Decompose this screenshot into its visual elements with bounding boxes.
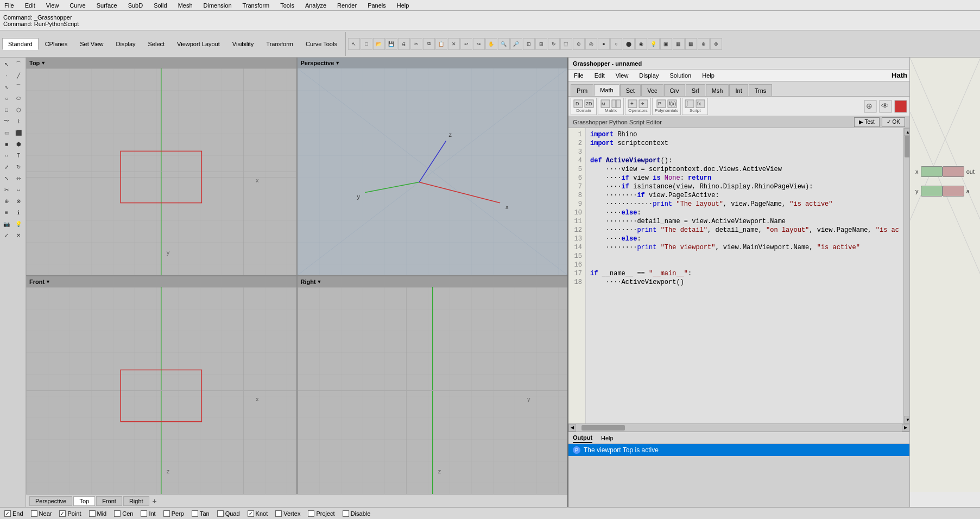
tool-extrude[interactable]: ⬛ [13,127,24,138]
gh-group-matrix[interactable]: M Matrix [598,98,624,115]
tb-b9[interactable]: ⊗ [710,38,722,50]
gh-group-script[interactable]: ∫ fx Script [682,98,708,115]
gh-group-operators[interactable]: + ÷ Operators [625,98,651,115]
tool-point[interactable]: · [1,70,12,81]
menu-solid[interactable]: Solid [151,2,169,9]
tool-scale[interactable]: ⤡ [1,173,12,183]
tb-rotate[interactable]: ↻ [548,38,560,50]
gh-menu-help[interactable]: Help [699,71,718,80]
gh-group-domain[interactable]: D 2D Domain [571,98,597,115]
tb-light[interactable]: 💡 [648,38,660,50]
hscroll-right[interactable]: ▶ [902,424,909,432]
vscroll-thumb[interactable] [905,136,909,157]
tab-select[interactable]: Select [142,38,171,50]
tool-mesh[interactable]: ⬢ [13,138,24,149]
btn-ok[interactable]: ✓ OK [882,117,905,127]
cb-vertex[interactable] [275,510,282,517]
output-tab-output[interactable]: Output [573,433,592,443]
cb-perp[interactable] [163,510,170,517]
tab-visibility[interactable]: Visibility [226,38,260,50]
tb-delete[interactable]: ✕ [448,38,460,50]
tb-b6[interactable]: ⬤ [623,38,635,50]
tool-rotate-t[interactable]: ↻ [13,161,24,172]
gh-menu-view[interactable]: View [612,71,632,80]
tb-pan[interactable]: ✋ [485,38,497,50]
cb-quad[interactable] [217,510,224,517]
tb-b7[interactable]: ◉ [635,38,647,50]
gh-output-out-port[interactable] [943,166,964,177]
cb-end[interactable] [4,510,11,517]
gh-input-x-port[interactable] [921,166,943,177]
viewport-front-header[interactable]: Front ▼ [26,276,296,287]
tab-curvetools[interactable]: Curve Tools [300,38,343,50]
menu-dimension[interactable]: Dimension [201,2,234,9]
code-content[interactable]: import Rhino import scriptcontext def Ac… [586,128,903,423]
vptab-add[interactable]: + [150,497,159,505]
cb-project[interactable] [308,510,314,517]
tool-curve[interactable]: ∿ [1,81,12,92]
vptab-top[interactable]: Top [73,496,95,506]
tb-render1[interactable]: ▣ [660,38,672,50]
gh-group-polynomials[interactable]: P f(x) Polynomials [652,98,681,115]
tb-b2[interactable]: ⊙ [573,38,585,50]
tool-text[interactable]: T [13,150,24,161]
menu-panels[interactable]: Panels [365,2,388,9]
tool-lasso[interactable]: ⌒ [13,59,24,69]
menu-analyze[interactable]: Analyze [303,2,328,9]
menu-render[interactable]: Render [335,2,359,9]
tool-line[interactable]: ╱ [13,70,24,81]
tab-display[interactable]: Display [110,38,141,50]
gh-menu-display[interactable]: Display [636,71,662,80]
menu-surface[interactable]: Surface [94,2,119,9]
tab-viewportlayout[interactable]: Viewport Layout [171,38,226,50]
hscroll-left[interactable]: ◀ [568,424,576,432]
tab-standard[interactable]: Standard [2,38,39,50]
tool-solid[interactable]: ■ [1,138,12,149]
tb-render2[interactable]: ▦ [673,38,685,50]
gh-tab-msh[interactable]: Msh [706,84,729,96]
vptab-front[interactable]: Front [96,496,122,506]
tool-join[interactable]: ⊕ [1,195,12,206]
vscroll-up[interactable]: ▲ [904,128,909,136]
tb-arrow[interactable]: ↖ [348,38,360,50]
menu-transform[interactable]: Transform [241,2,272,9]
menu-view[interactable]: View [44,2,61,9]
tool-interp[interactable]: ⌇ [13,116,24,126]
cb-tan[interactable] [192,510,198,517]
cb-point[interactable] [59,510,66,517]
tool-layer[interactable]: ≡ [1,207,12,218]
tool-explode[interactable]: ⊗ [13,195,24,206]
menu-curve[interactable]: Curve [67,2,87,9]
vptab-right[interactable]: Right [123,496,149,506]
gh-tab-int[interactable]: Int [729,84,748,96]
tool-polygon[interactable]: ⬡ [13,104,24,115]
hscroll-thumb[interactable] [581,425,625,431]
tool-ellipse[interactable]: ⬭ [13,93,24,104]
output-row-0[interactable]: P The viewport Top is active [568,444,909,456]
vptab-perspective[interactable]: Perspective [29,496,72,506]
cb-knot[interactable] [248,510,254,517]
gh-tab-crv[interactable]: Crv [664,84,685,96]
output-tab-help[interactable]: Help [601,434,614,442]
cb-disable[interactable] [343,510,349,517]
tb-render3[interactable]: ▩ [685,38,697,50]
gh-red-icon[interactable] [894,100,907,113]
tool-arc[interactable]: ⌒ [13,81,24,92]
gh-input-y-port[interactable] [921,186,943,197]
tool-light2[interactable]: 💡 [13,218,24,229]
tool-mirror[interactable]: ⇔ [13,173,24,183]
gh-output-a-port[interactable] [943,186,964,197]
viewport-perspective-header[interactable]: Perspective ▼ [298,58,568,68]
vscrollbar[interactable]: ▲ ▼ [903,128,909,423]
tb-copy[interactable]: ⧉ [423,38,435,50]
tb-b5[interactable]: ○ [610,38,622,50]
tb-new[interactable]: □ [361,38,372,50]
menu-mesh[interactable]: Mesh [176,2,195,9]
viewport-right-header[interactable]: Right ▼ [298,276,568,287]
tb-undo[interactable]: ↩ [460,38,472,50]
tool-camera[interactable]: 📷 [1,218,12,229]
tb-zoom-in[interactable]: 🔍 [498,38,510,50]
gh-tab-srf[interactable]: Srf [686,84,705,96]
menu-tools[interactable]: Tools [278,2,296,9]
tool-surface[interactable]: ▭ [1,127,12,138]
